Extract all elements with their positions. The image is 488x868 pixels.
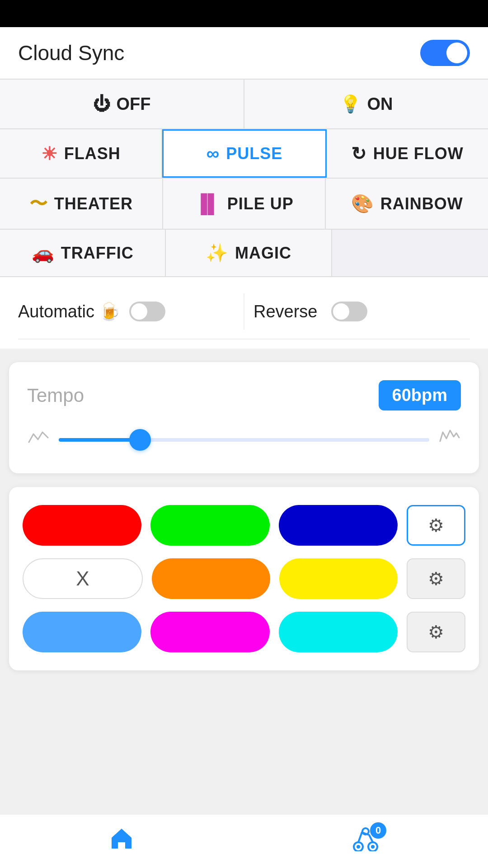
home-icon (109, 826, 134, 857)
automatic-label: Automatic 🍺 (18, 302, 120, 321)
color-light-blue[interactable] (23, 612, 141, 652)
pulse-button[interactable]: ∞ PULSE (162, 129, 326, 178)
color-blue[interactable] (279, 505, 398, 546)
page-title: Cloud Sync (18, 41, 124, 65)
power-icon: ⏻ (93, 94, 110, 114)
nav-activity[interactable]: 0 (334, 821, 397, 862)
magic-label: MAGIC (235, 244, 291, 263)
theater-button[interactable]: 〜 THEATER (0, 179, 163, 229)
on-button[interactable]: 💡 ON (244, 80, 488, 128)
tempo-header: Tempo 60bpm (27, 380, 461, 410)
tempo-card: Tempo 60bpm (9, 362, 479, 473)
pulse-icon: ∞ (206, 143, 220, 164)
automatic-control: Automatic 🍺 (18, 302, 235, 321)
header: Cloud Sync (0, 27, 488, 79)
mode-row-3: 🚗 TRAFFIC ✨ MAGIC (0, 230, 488, 277)
off-label: OFF (117, 94, 151, 114)
reverse-toggle[interactable] (331, 302, 367, 321)
flash-icon: ☀ (41, 143, 58, 164)
tempo-slider-thumb[interactable] (129, 429, 151, 451)
hue-flow-icon: ↻ (351, 143, 367, 164)
tempo-badge: 60bpm (379, 380, 461, 410)
flash-button[interactable]: ☀ FLASH (0, 129, 162, 178)
mode-row-2: 〜 THEATER ▐▌ PILE UP 🎨 RAINBOW (0, 179, 488, 230)
traffic-icon: 🚗 (32, 242, 55, 264)
color-green[interactable] (150, 505, 269, 546)
color-card: ⚙ X ⚙ ⚙ (9, 487, 479, 670)
pile-up-icon: ▐▌ (194, 193, 221, 214)
off-button[interactable]: ⏻ OFF (0, 80, 244, 128)
traffic-button[interactable]: 🚗 TRAFFIC (0, 230, 166, 276)
tempo-slider-track[interactable] (59, 438, 429, 442)
pile-up-label: PILE UP (227, 194, 294, 213)
tempo-label: Tempo (27, 385, 84, 406)
reverse-label: Reverse (253, 302, 318, 321)
beer-icon: 🍺 (99, 302, 120, 321)
flash-label: FLASH (64, 144, 121, 163)
cloud-sync-toggle[interactable] (420, 40, 470, 66)
color-yellow[interactable] (279, 558, 398, 599)
on-off-row: ⏻ OFF 💡 ON (0, 80, 488, 129)
rainbow-label: RAINBOW (380, 194, 463, 213)
fast-tempo-icon (438, 429, 461, 451)
rainbow-button[interactable]: 🎨 RAINBOW (326, 179, 488, 229)
magic-icon: ✨ (206, 242, 229, 264)
color-none[interactable]: X (23, 558, 143, 599)
reverse-control: Reverse (253, 302, 470, 321)
mode-section: ⏻ OFF 💡 ON ☀ FLASH ∞ PULSE ↻ HUE FLOW 〜 … (0, 80, 488, 277)
activity-badge-container: 0 (352, 826, 379, 857)
status-bar (0, 0, 488, 27)
color-orange[interactable] (152, 558, 270, 599)
pile-up-button[interactable]: ▐▌ PILE UP (163, 179, 326, 229)
spacer (0, 684, 488, 814)
mode-row-1: ☀ FLASH ∞ PULSE ↻ HUE FLOW (0, 129, 488, 179)
traffic-label: TRAFFIC (61, 244, 134, 263)
hue-flow-label: HUE FLOW (373, 144, 464, 163)
controls-divider (244, 293, 244, 330)
automatic-toggle[interactable] (129, 302, 165, 321)
color-row-1: ⚙ (23, 505, 465, 546)
svg-point-2 (357, 845, 360, 849)
settings-btn-3[interactable]: ⚙ (407, 612, 465, 652)
controls-spacer (0, 340, 488, 349)
magic-button[interactable]: ✨ MAGIC (166, 230, 332, 276)
theater-icon: 〜 (29, 191, 48, 216)
bottom-nav: 0 (0, 814, 488, 868)
color-red[interactable] (23, 505, 141, 546)
color-magenta[interactable] (150, 612, 269, 652)
pulse-label: PULSE (226, 144, 282, 163)
on-label: ON (367, 94, 393, 114)
tempo-slider-fill (59, 438, 140, 442)
color-row-2: X ⚙ (23, 558, 465, 599)
activity-badge: 0 (370, 822, 386, 839)
nav-home[interactable] (91, 821, 152, 862)
color-cyan[interactable] (279, 612, 398, 652)
theater-label: THEATER (54, 194, 133, 213)
slider-row (27, 429, 461, 451)
settings-btn-1[interactable]: ⚙ (407, 505, 465, 546)
slow-tempo-icon (27, 429, 50, 451)
svg-point-3 (371, 845, 375, 849)
color-row-3: ⚙ (23, 612, 465, 652)
hue-flow-button[interactable]: ↻ HUE FLOW (327, 129, 488, 178)
settings-btn-2[interactable]: ⚙ (407, 558, 465, 599)
bulb-icon: 💡 (340, 94, 361, 114)
rainbow-icon: 🎨 (351, 193, 374, 214)
controls-section: Automatic 🍺 Reverse (0, 277, 488, 349)
